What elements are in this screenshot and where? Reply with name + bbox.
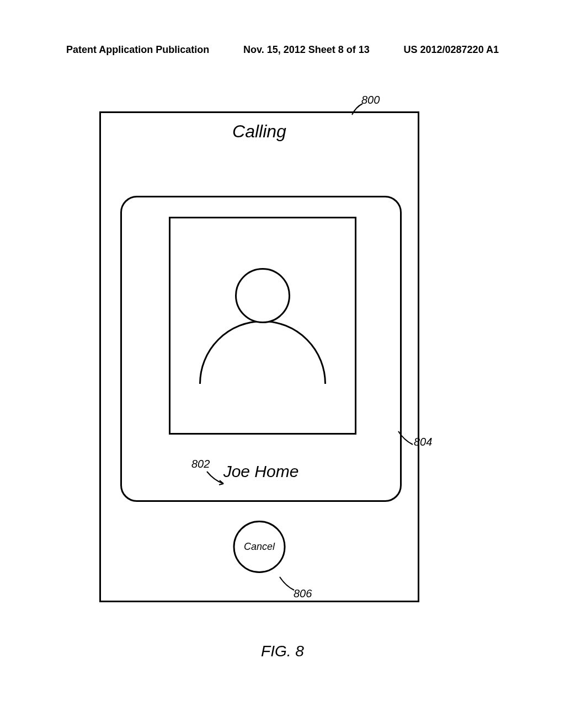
cancel-button-label: Cancel (244, 541, 275, 553)
figure-container: 800 Calling Joe Home Cancel 804 802 806 (99, 94, 441, 607)
avatar-body (199, 320, 326, 447)
avatar-icon (199, 268, 326, 422)
header-publication: Patent Application Publication (66, 44, 209, 56)
contact-name-label: Joe Home (223, 462, 299, 481)
cancel-button[interactable]: Cancel (233, 521, 286, 573)
header-date-sheet: Nov. 15, 2012 Sheet 8 of 13 (243, 44, 370, 56)
ref-leader-804 (397, 430, 415, 448)
ref-num-804: 804 (414, 436, 432, 448)
device-frame: Calling Joe Home Cancel (99, 111, 419, 602)
header-pub-number: US 2012/0287220 A1 (404, 44, 499, 56)
ref-num-806: 806 (294, 587, 312, 600)
ref-num-802: 802 (191, 458, 210, 470)
avatar-head (235, 268, 290, 323)
contact-photo-frame (169, 217, 356, 435)
page-header: Patent Application Publication Nov. 15, … (0, 44, 565, 56)
ref-leader-806 (279, 576, 296, 593)
figure-caption: FIG. 8 (261, 643, 304, 660)
contact-card: Joe Home (120, 196, 402, 502)
ref-leader-802 (206, 470, 228, 486)
call-status-title: Calling (232, 121, 286, 142)
ref-num-800: 800 (361, 94, 380, 106)
